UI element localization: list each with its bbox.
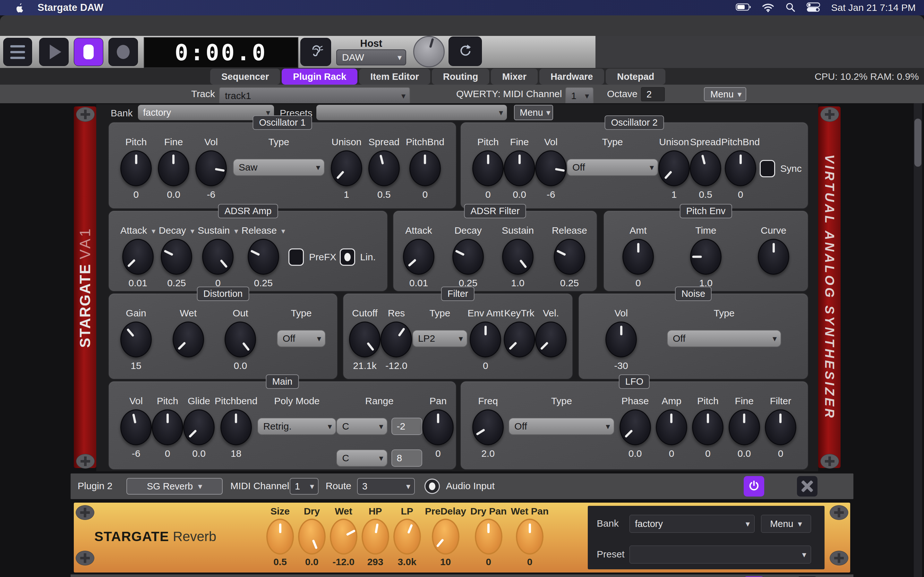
tab-sequencer[interactable]: Sequencer bbox=[210, 69, 280, 85]
knob-unison[interactable] bbox=[658, 150, 690, 186]
battery-icon[interactable] bbox=[736, 3, 751, 13]
knob-fine[interactable] bbox=[158, 150, 189, 186]
knob-pitch[interactable] bbox=[120, 150, 152, 186]
radio-lin[interactable] bbox=[340, 248, 355, 266]
knob-filter[interactable] bbox=[765, 409, 796, 445]
knob-dry-pan[interactable] bbox=[475, 519, 502, 554]
knob-hp[interactable] bbox=[362, 519, 389, 554]
range-note-dropdown[interactable]: C bbox=[336, 418, 388, 435]
knob-size[interactable] bbox=[266, 519, 294, 554]
record-button[interactable] bbox=[108, 38, 138, 66]
knob-wet-pan[interactable] bbox=[516, 519, 543, 554]
midi-channel-dropdown[interactable]: 1 bbox=[565, 87, 594, 105]
knob-sustain[interactable] bbox=[502, 239, 533, 275]
knob-amt[interactable] bbox=[622, 239, 654, 275]
knob-lp[interactable] bbox=[393, 519, 421, 554]
dropdown-type[interactable]: LP2 bbox=[412, 330, 467, 347]
knob-wet[interactable] bbox=[173, 322, 204, 358]
host-dropdown[interactable]: DAW bbox=[336, 49, 406, 65]
tab-routing[interactable]: Routing bbox=[432, 69, 489, 85]
track-dropdown[interactable]: track1 bbox=[219, 87, 410, 105]
reverb-preset-dropdown[interactable] bbox=[630, 546, 811, 564]
audio-input-radio[interactable] bbox=[425, 479, 440, 494]
checkbox-sync[interactable] bbox=[760, 160, 775, 177]
add-icon[interactable] bbox=[76, 551, 94, 566]
knob-release[interactable] bbox=[248, 239, 279, 275]
dropdown-type[interactable]: Off bbox=[277, 330, 326, 347]
knob-pitch[interactable] bbox=[472, 150, 504, 186]
va1-presets-dropdown[interactable] bbox=[317, 105, 507, 120]
transport-volume-knob[interactable] bbox=[413, 36, 445, 67]
add-icon[interactable] bbox=[830, 505, 848, 520]
add-icon[interactable] bbox=[76, 505, 94, 520]
knob-vol[interactable] bbox=[195, 150, 227, 186]
wifi-icon[interactable] bbox=[762, 2, 774, 13]
dropdown-type[interactable]: Off bbox=[567, 159, 658, 176]
knob-pitchbend[interactable] bbox=[220, 409, 252, 445]
plugin-2-midi-channel-dropdown[interactable]: 1 bbox=[290, 478, 318, 495]
main-menu-button[interactable] bbox=[3, 38, 32, 66]
tab-plugin-rack[interactable]: Plugin Rack bbox=[282, 69, 357, 85]
knob-curve[interactable] bbox=[758, 239, 789, 275]
knob-res[interactable] bbox=[381, 322, 412, 358]
tab-hardware[interactable]: Hardware bbox=[540, 69, 604, 85]
knob-phase[interactable] bbox=[620, 409, 651, 445]
knob-attack[interactable] bbox=[403, 239, 435, 275]
dropdown-poly-mode[interactable]: Retrig. bbox=[257, 418, 336, 435]
add-icon[interactable] bbox=[830, 551, 848, 566]
spotlight-search-icon[interactable] bbox=[785, 2, 795, 13]
knob-keytrk[interactable] bbox=[504, 322, 535, 358]
menu-bar-app-name[interactable]: Stargate DAW bbox=[37, 2, 103, 13]
knob-pan[interactable] bbox=[422, 409, 454, 445]
va1-menu-dropdown[interactable]: Menu bbox=[514, 105, 553, 120]
knob-env-amt[interactable] bbox=[470, 322, 501, 358]
track-menu-dropdown[interactable]: Menu bbox=[704, 87, 746, 101]
rack-scrollbar-thumb[interactable] bbox=[914, 119, 921, 167]
dropdown-type[interactable]: Off bbox=[509, 418, 614, 435]
tab-item-editor[interactable]: Item Editor bbox=[359, 69, 430, 85]
stop-button[interactable] bbox=[74, 38, 103, 66]
knob-vol[interactable] bbox=[535, 150, 567, 186]
plugin-2-power-button[interactable] bbox=[744, 476, 764, 496]
knob-cutoff[interactable] bbox=[349, 322, 381, 358]
plugin-2-remove-button[interactable] bbox=[797, 476, 817, 496]
add-icon[interactable] bbox=[76, 454, 95, 469]
knob-vol[interactable] bbox=[120, 409, 152, 445]
knob-gain[interactable] bbox=[120, 322, 152, 358]
octave-spinbox[interactable]: 2 bbox=[641, 87, 665, 101]
dropdown-type[interactable]: Saw bbox=[233, 159, 325, 176]
knob-vol[interactable] bbox=[606, 322, 637, 358]
range-octave-box[interactable]: -2 bbox=[391, 418, 422, 435]
knob-vel[interactable] bbox=[535, 322, 567, 358]
knob-amp[interactable] bbox=[656, 409, 687, 445]
knob-predelay[interactable] bbox=[432, 519, 459, 554]
knob-fine[interactable] bbox=[504, 150, 535, 186]
knob-decay[interactable] bbox=[452, 239, 484, 275]
tab-notepad[interactable]: Notepad bbox=[606, 69, 666, 85]
plugin-2-plugin-dropdown[interactable]: SG Reverb bbox=[126, 478, 223, 495]
reverb-bank-dropdown[interactable]: factory bbox=[630, 515, 754, 533]
knob-spread[interactable] bbox=[690, 150, 721, 186]
knob-freq[interactable] bbox=[472, 409, 504, 445]
knob-sustain[interactable] bbox=[202, 239, 234, 275]
add-icon[interactable] bbox=[821, 454, 839, 469]
range-note-dropdown[interactable]: C bbox=[336, 450, 388, 467]
knob-pitchbnd[interactable] bbox=[725, 150, 756, 186]
rack-scrollbar[interactable] bbox=[914, 103, 922, 577]
knob-pitch[interactable] bbox=[152, 409, 183, 445]
spectral-monitor-button[interactable] bbox=[300, 38, 331, 66]
control-center-icon[interactable] bbox=[806, 2, 821, 13]
knob-attack[interactable] bbox=[122, 239, 153, 275]
knob-fine[interactable] bbox=[729, 409, 760, 445]
add-icon[interactable] bbox=[76, 107, 95, 122]
knob-out[interactable] bbox=[225, 322, 256, 358]
knob-pitchbnd[interactable] bbox=[409, 150, 441, 186]
dropdown-type[interactable]: Off bbox=[667, 330, 781, 347]
plugin-2-route-dropdown[interactable]: 3 bbox=[357, 478, 415, 495]
knob-spread[interactable] bbox=[368, 150, 400, 186]
loop-mode-button[interactable] bbox=[449, 37, 482, 66]
knob-wet[interactable] bbox=[330, 519, 357, 554]
knob-time[interactable] bbox=[690, 239, 722, 275]
play-button[interactable] bbox=[39, 38, 69, 66]
knob-glide[interactable] bbox=[183, 409, 215, 445]
